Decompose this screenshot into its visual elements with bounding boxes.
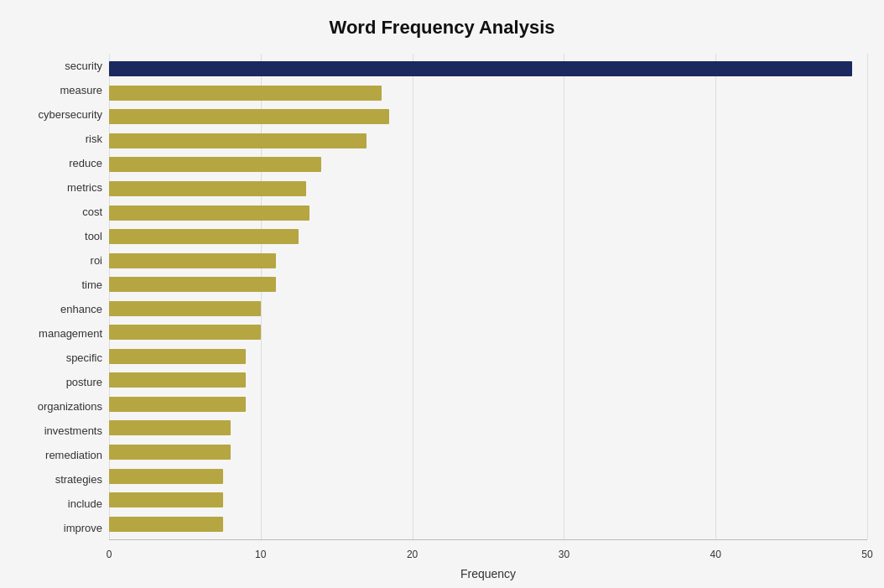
- y-label-enhance: enhance: [60, 297, 102, 321]
- y-label-management: management: [39, 321, 102, 346]
- x-tick-30: 30: [559, 549, 569, 560]
- bar-row-security: [109, 60, 867, 78]
- bar-remediation: [109, 445, 231, 460]
- x-axis: 01020304050 Frequency: [17, 540, 867, 580]
- bar-row-enhance: [109, 299, 867, 318]
- x-tick-10: 10: [255, 549, 266, 560]
- bar-time: [109, 277, 276, 292]
- bar-cybersecurity: [109, 109, 389, 124]
- y-label-cost: cost: [82, 200, 102, 224]
- bar-management: [109, 325, 261, 340]
- bar-row-metrics: [109, 180, 867, 198]
- bar-posture: [109, 372, 246, 388]
- bar-row-measure: [109, 84, 867, 102]
- y-label-organizations: organizations: [38, 394, 102, 419]
- grid-line-50: [867, 54, 868, 539]
- bar-row-organizations: [109, 395, 867, 414]
- y-label-risk: risk: [86, 127, 102, 151]
- bar-row-time: [109, 275, 867, 294]
- y-label-include: include: [68, 492, 102, 516]
- bar-row-cost: [109, 204, 867, 222]
- y-label-metrics: metrics: [67, 175, 102, 200]
- bar-specific: [109, 349, 246, 364]
- bar-row-investments: [109, 419, 867, 437]
- bar-investments: [109, 420, 231, 435]
- y-label-remediation: remediation: [45, 443, 102, 467]
- bar-tool: [109, 229, 299, 244]
- bar-row-improve: [109, 515, 867, 533]
- bar-row-remediation: [109, 443, 867, 461]
- bar-row-tool: [109, 227, 867, 246]
- bar-cost: [109, 206, 309, 221]
- bar-roi: [109, 253, 276, 268]
- bar-row-management: [109, 323, 867, 341]
- y-label-cybersecurity: cybersecurity: [38, 102, 102, 127]
- bar-row-risk: [109, 132, 867, 150]
- bar-enhance: [109, 301, 261, 316]
- y-label-investments: investments: [44, 419, 102, 443]
- y-label-posture: posture: [66, 370, 102, 394]
- bar-row-roi: [109, 252, 867, 270]
- bar-security: [109, 61, 852, 76]
- y-label-measure: measure: [60, 78, 102, 102]
- x-tick-50: 50: [861, 549, 872, 560]
- bar-row-specific: [109, 347, 867, 366]
- chart-container: Word Frequency Analysis securitymeasurec…: [0, 0, 884, 588]
- bar-row-strategies: [109, 467, 867, 486]
- bar-row-include: [109, 491, 867, 509]
- x-tick-20: 20: [407, 549, 418, 560]
- y-axis-labels: securitymeasurecybersecurityriskreduceme…: [17, 54, 109, 540]
- y-label-tool: tool: [85, 224, 102, 248]
- y-label-roi: roi: [91, 248, 102, 273]
- x-tick-40: 40: [710, 549, 721, 560]
- x-tick-0: 0: [107, 549, 112, 560]
- chart-title: Word Frequency Analysis: [17, 17, 867, 39]
- bar-organizations: [109, 397, 246, 412]
- y-label-reduce: reduce: [69, 151, 102, 175]
- bar-improve: [109, 517, 223, 532]
- bar-row-cybersecurity: [109, 107, 867, 126]
- bar-row-posture: [109, 371, 867, 389]
- y-label-security: security: [65, 54, 102, 78]
- x-axis-label: Frequency: [109, 567, 867, 580]
- bar-row-reduce: [109, 155, 867, 174]
- y-label-time: time: [81, 273, 102, 297]
- bar-reduce: [109, 157, 321, 172]
- y-label-improve: improve: [64, 516, 102, 540]
- bar-measure: [109, 86, 382, 101]
- y-label-strategies: strategies: [55, 467, 102, 492]
- y-label-specific: specific: [66, 346, 102, 370]
- bar-include: [109, 492, 223, 507]
- bar-strategies: [109, 469, 223, 484]
- bar-metrics: [109, 181, 306, 196]
- bar-risk: [109, 133, 367, 148]
